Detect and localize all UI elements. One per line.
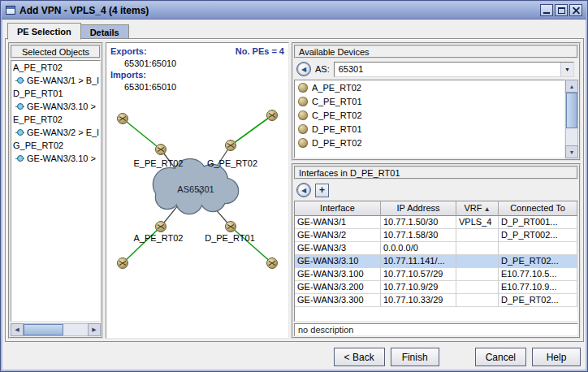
device-list-item[interactable]: C_PE_RT01 — [295, 94, 564, 108]
table-row[interactable]: GE-WAN3/30.0.0.0/0 — [295, 242, 577, 255]
column-header-ip-address[interactable]: IP Address — [381, 201, 456, 216]
selected-objects-item[interactable]: G_PE_RT02 — [11, 139, 100, 152]
node-label: G_PE_RT02 — [207, 158, 257, 168]
scrollbar-thumb[interactable] — [24, 324, 63, 335]
maximize-button[interactable] — [555, 4, 568, 16]
table-cell: GE-WAN3/2 — [295, 229, 381, 242]
selected-objects-item[interactable]: GE-WAN3/2 > E_I — [11, 126, 100, 139]
sort-ascending-icon: ▲ — [482, 205, 490, 213]
title-bar[interactable]: Add VPN - VPLS_4 (4 items) — [2, 2, 586, 19]
add-interface-button[interactable]: + — [315, 184, 329, 197]
device-list-item[interactable]: A_PE_RT02 — [295, 80, 564, 94]
interface-icon — [15, 128, 24, 136]
ce-router-icon[interactable] — [118, 258, 128, 269]
back-arrow-button[interactable]: ◀ — [296, 183, 311, 197]
dialog-window: Add VPN - VPLS_4 (4 items) PE Selection … — [0, 0, 588, 372]
device-list-item[interactable]: C_PE_RT02 — [295, 108, 564, 122]
description-status: no description — [294, 323, 578, 336]
dropdown-arrow-icon[interactable]: ▼ — [560, 63, 573, 76]
finish-button[interactable]: Finish — [391, 348, 439, 366]
vertical-scrollbar[interactable]: ▲ ▼ — [565, 80, 578, 158]
help-button[interactable]: Help — [532, 348, 581, 366]
cancel-button[interactable]: Cancel — [475, 348, 526, 366]
horizontal-scrollbar[interactable]: ◀ ▶ — [11, 323, 101, 336]
device-label: E_PE_RT02 — [13, 113, 63, 126]
table-cell: GE-WAN3/1 — [295, 216, 381, 229]
selected-objects-item[interactable]: GE-WAN3/1 > B_I — [11, 74, 100, 87]
device-globe-icon — [298, 124, 308, 134]
table-cell: D_PE_RT02... — [499, 294, 577, 307]
node-label: E_PE_RT02 — [134, 158, 184, 168]
available-devices-list[interactable]: A_PE_RT02C_PE_RT01C_PE_RT02D_PE_RT01D_PE… — [294, 80, 565, 158]
interfaces-table[interactable]: InterfaceIP AddressVRF ▲Connected To GE-… — [294, 201, 578, 322]
table-row[interactable]: GE-WAN3/210.77.1.58/30D_P_RT002... — [295, 229, 577, 242]
pe-router-icon[interactable] — [156, 145, 166, 155]
right-column: Available Devices ◀ AS: 65301 ▼ A_PE_RT0… — [292, 42, 581, 339]
plus-icon: + — [319, 184, 325, 196]
interface-label: GE-WAN3/3.10 > — [27, 100, 96, 113]
table-cell: 10.77.10.9/29 — [381, 281, 456, 294]
ce-router-icon[interactable] — [118, 114, 128, 124]
interfaces-toolbar: ◀ + — [293, 180, 579, 200]
as-combobox[interactable]: 65301 ▼ — [334, 62, 574, 77]
selected-objects-item[interactable]: A_PE_RT02 — [11, 61, 100, 74]
iconify-button[interactable] — [540, 4, 553, 16]
close-icon — [573, 6, 580, 14]
scrollbar-thumb[interactable] — [566, 93, 577, 128]
close-button[interactable] — [569, 4, 582, 16]
device-label: G_PE_RT02 — [13, 139, 63, 152]
table-row[interactable]: GE-WAN3/110.77.1.50/30VPLS_4D_P_RT001... — [295, 216, 577, 229]
pe-router-icon[interactable] — [226, 141, 236, 151]
selected-objects-item[interactable]: D_PE_RT01 — [11, 87, 100, 100]
window-title: Add VPN - VPLS_4 (4 items) — [19, 5, 149, 16]
device-name: D_PE_RT02 — [312, 138, 362, 148]
interface-icon — [15, 102, 24, 110]
as-label: AS: — [315, 64, 330, 74]
topology-canvas: AS65301 E_PE_RT02 G_PE_RT02 A_PE_RT02 D_… — [106, 43, 288, 339]
maximize-icon — [558, 7, 565, 14]
table-cell — [456, 281, 499, 294]
table-header-row: InterfaceIP AddressVRF ▲Connected To — [295, 201, 577, 216]
device-globe-icon — [298, 97, 308, 106]
table-body: GE-WAN3/110.77.1.50/30VPLS_4D_P_RT001...… — [295, 216, 577, 307]
scroll-up-button[interactable]: ▲ — [565, 80, 578, 93]
device-list-item[interactable]: D_PE_RT01 — [295, 122, 564, 136]
table-cell: 10.77.1.58/30 — [381, 229, 456, 242]
table-cell: 10.77.10.57/29 — [381, 268, 456, 281]
device-name: D_PE_RT01 — [312, 124, 362, 134]
back-button[interactable]: < Back — [334, 348, 385, 366]
device-globe-icon — [298, 83, 308, 93]
table-row[interactable]: GE-WAN3/3.20010.77.10.9/29E10.77.10.9... — [295, 281, 577, 294]
pe-router-icon[interactable] — [226, 222, 236, 232]
back-arrow-button[interactable]: ◀ — [296, 62, 311, 76]
scrollbar-track[interactable] — [565, 93, 578, 145]
selected-objects-item[interactable]: GE-WAN3/3.10 > — [11, 152, 100, 165]
selected-objects-panel: Selected Objects A_PE_RT02GE-WAN3/1 > B_… — [8, 42, 103, 339]
as-combobox-value: 65301 — [335, 64, 560, 74]
scroll-left-button[interactable]: ◀ — [11, 323, 24, 336]
table-cell: VPLS_4 — [456, 216, 499, 229]
tab-pe-selection[interactable]: PE Selection — [7, 23, 81, 40]
tab-details[interactable]: Details — [81, 24, 129, 39]
ce-router-icon[interactable] — [267, 110, 278, 121]
interfaces-panel: Interfaces in D_PE_RT01 ◀ + InterfaceIP … — [292, 163, 581, 339]
selected-objects-list[interactable]: A_PE_RT02GE-WAN3/1 > B_ID_PE_RT01GE-WAN3… — [11, 60, 101, 322]
scroll-right-button[interactable]: ▶ — [88, 323, 101, 336]
table-row[interactable]: GE-WAN3/3.10010.77.10.57/29E10.77.10.5..… — [295, 268, 577, 281]
column-header-connected-to[interactable]: Connected To — [499, 201, 577, 216]
table-row[interactable]: GE-WAN3/3.30010.77.10.33/29D_PE_RT02... — [295, 294, 577, 307]
table-row[interactable]: GE-WAN3/3.1010.77.11.141/...D_PE_RT02... — [295, 255, 577, 268]
column-header-vrf[interactable]: VRF ▲ — [456, 201, 499, 216]
table-cell: GE-WAN3/3.100 — [295, 268, 381, 281]
selected-objects-item[interactable]: E_PE_RT02 — [11, 113, 100, 126]
selected-objects-item[interactable]: GE-WAN3/3.10 > — [11, 100, 100, 113]
exports-label: Exports: — [110, 46, 147, 56]
pe-router-icon[interactable] — [156, 222, 166, 232]
device-list-item[interactable]: D_PE_RT02 — [295, 136, 564, 149]
device-globe-icon — [298, 138, 308, 148]
column-header-interface[interactable]: Interface — [295, 201, 381, 216]
ce-router-icon[interactable] — [267, 258, 278, 269]
scrollbar-track[interactable] — [24, 323, 88, 336]
device-name: C_PE_RT02 — [312, 110, 362, 120]
scroll-down-button[interactable]: ▼ — [565, 145, 578, 158]
